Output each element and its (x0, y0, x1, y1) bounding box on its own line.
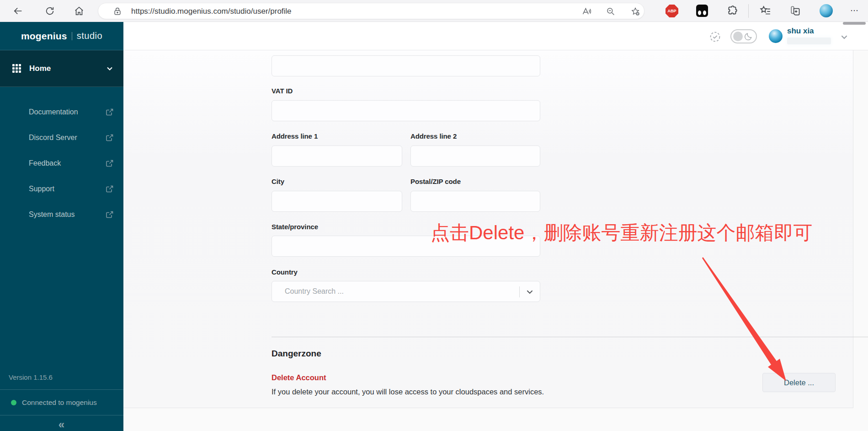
logo-brand: mogenius (21, 31, 67, 42)
country-label: Country (272, 268, 298, 276)
postal-zip-field[interactable] (410, 191, 540, 212)
app-logo: mogenius studio (0, 22, 123, 50)
sidebar-link-label: Discord Server (29, 134, 77, 142)
address-line1-label: Address line 1 (272, 132, 318, 140)
add-favorite-icon[interactable] (631, 7, 640, 16)
state-province-label: State/province (272, 223, 318, 231)
sidebar-link-label: System status (29, 210, 75, 219)
vat-id-label: VAT ID (272, 87, 293, 95)
external-link-icon (106, 211, 113, 218)
user-avatar[interactable] (769, 29, 783, 43)
logo-separator (72, 32, 72, 40)
city-label: City (272, 178, 284, 185)
back-icon[interactable] (13, 6, 23, 16)
postal-zip-label: Postal/ZIP code (410, 178, 461, 185)
external-link-icon (106, 185, 113, 193)
favorites-icon[interactable] (759, 5, 771, 17)
city-field[interactable] (272, 191, 402, 212)
read-aloud-icon[interactable] (582, 7, 591, 16)
country-select[interactable] (272, 281, 540, 302)
adblock-badge[interactable]: ABP (666, 5, 678, 17)
section-divider (272, 337, 868, 337)
theme-toggle[interactable] (730, 29, 757, 43)
zoom-out-icon[interactable] (606, 7, 615, 16)
address-line2-field[interactable] (410, 145, 540, 167)
sidebar-collapse-button[interactable]: « (0, 415, 123, 431)
sidebar-item-discord-server[interactable]: Discord Server (0, 125, 123, 151)
url-text[interactable]: https://studio.mogenius.com/studio/user/… (131, 7, 292, 16)
version-label: Version 1.15.6 (9, 373, 53, 381)
toolbar-divider (748, 4, 749, 18)
dangerzone-title: Dangerzone (272, 349, 321, 359)
external-link-icon (106, 160, 113, 167)
browser-avatar[interactable] (820, 4, 833, 17)
user-menu[interactable]: shu xia (787, 27, 831, 44)
app-window: https://studio.mogenius.com/studio/user/… (0, 0, 868, 431)
lock-icon (113, 7, 122, 16)
annotation-text: 点击Delete，删除账号重新注册这个邮箱即可 (431, 220, 812, 246)
address-line1-field[interactable] (272, 145, 402, 167)
chevron-down-icon[interactable] (840, 33, 848, 41)
delete-account-description: If you delete your account, you will los… (272, 388, 544, 396)
sidebar-links: Documentation Discord Server Feedback Su… (0, 87, 123, 227)
status-text: Connected to mogenius (22, 399, 97, 407)
chevron-down-icon[interactable] (106, 65, 113, 72)
connection-status: Connected to mogenius (0, 390, 123, 415)
logo-product: studio (77, 31, 102, 41)
user-name: shu xia (787, 27, 831, 36)
refresh-icon[interactable] (45, 6, 55, 16)
scrollbar-thumb[interactable] (843, 22, 866, 25)
sidebar-item-feedback[interactable]: Feedback (0, 151, 123, 176)
grid-icon (12, 64, 21, 73)
sidebar: mogenius studio Home Documentation Disco… (0, 22, 123, 431)
sidebar-item-support[interactable]: Support (0, 176, 123, 202)
country-search-input[interactable] (272, 281, 510, 302)
dashed-check-icon[interactable] (709, 31, 721, 43)
address-bar[interactable]: https://studio.mogenius.com/studio/user/… (98, 3, 644, 19)
external-link-icon (106, 134, 113, 141)
sidebar-item-home[interactable]: Home (0, 50, 123, 87)
home-icon[interactable] (74, 6, 84, 16)
external-link-icon (106, 108, 113, 116)
sidebar-link-label: Documentation (29, 108, 78, 116)
browser-toolbar: https://studio.mogenius.com/studio/user/… (0, 0, 868, 22)
chevron-down-icon[interactable] (526, 288, 534, 296)
sidebar-item-system-status[interactable]: System status (0, 202, 123, 227)
sidebar-home-label: Home (29, 64, 51, 73)
status-dot (11, 400, 16, 405)
delete-button[interactable]: Delete ... (762, 373, 836, 392)
extensions-puzzle-icon[interactable] (726, 5, 738, 17)
user-email-redacted (787, 38, 831, 44)
more-icon[interactable]: ⋯ (850, 5, 859, 16)
vat-id-field[interactable] (272, 100, 540, 121)
app-header: shu xia (123, 22, 868, 50)
sidebar-item-documentation[interactable]: Documentation (0, 99, 123, 125)
dark-extension-icon[interactable] (696, 5, 708, 17)
toggle-knob[interactable] (733, 32, 743, 41)
address-line2-label: Address line 2 (410, 132, 457, 140)
moon-icon (744, 32, 753, 41)
select-divider (519, 286, 520, 297)
sidebar-link-label: Feedback (29, 159, 61, 167)
collections-icon[interactable] (790, 5, 802, 17)
sidebar-link-label: Support (29, 185, 54, 193)
delete-account-heading: Delete Account (272, 373, 326, 382)
company-field[interactable] (272, 55, 540, 76)
